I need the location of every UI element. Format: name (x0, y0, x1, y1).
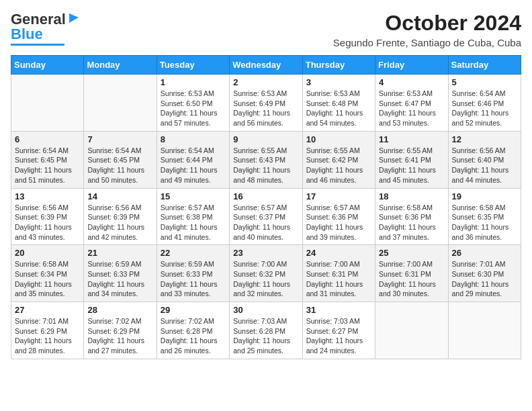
day-info: Sunrise: 6:57 AMSunset: 6:38 PMDaylight:… (161, 203, 226, 242)
day-info: Sunrise: 6:58 AMSunset: 6:36 PMDaylight:… (379, 203, 444, 242)
calendar-cell: 18Sunrise: 6:58 AMSunset: 6:36 PMDayligh… (375, 188, 448, 245)
day-number: 24 (306, 248, 371, 258)
day-info: Sunrise: 6:55 AMSunset: 6:43 PMDaylight:… (233, 146, 298, 185)
day-number: 18 (379, 191, 444, 201)
day-info: Sunrise: 7:01 AMSunset: 6:29 PMDaylight:… (15, 316, 80, 356)
day-info: Sunrise: 6:53 AMSunset: 6:49 PMDaylight:… (233, 89, 298, 128)
day-info: Sunrise: 6:56 AMSunset: 6:40 PMDaylight:… (452, 146, 517, 185)
calendar-cell (84, 75, 157, 132)
day-info: Sunrise: 6:54 AMSunset: 6:44 PMDaylight:… (161, 146, 226, 185)
day-number: 13 (15, 191, 80, 201)
calendar-cell: 26Sunrise: 7:01 AMSunset: 6:30 PMDayligh… (448, 245, 521, 302)
day-info: Sunrise: 7:00 AMSunset: 6:32 PMDaylight:… (233, 259, 298, 299)
calendar-header-row: SundayMondayTuesdayWednesdayThursdayFrid… (11, 56, 521, 75)
day-number: 16 (233, 191, 298, 201)
calendar-cell: 13Sunrise: 6:56 AMSunset: 6:39 PMDayligh… (11, 188, 84, 245)
calendar-cell (375, 302, 448, 359)
day-number: 3 (306, 77, 371, 87)
calendar-cell: 10Sunrise: 6:55 AMSunset: 6:42 PMDayligh… (302, 131, 375, 188)
weekday-header-saturday: Saturday (448, 56, 521, 75)
day-info: Sunrise: 6:59 AMSunset: 6:33 PMDaylight:… (161, 259, 226, 299)
svg-marker-0 (69, 13, 79, 23)
day-number: 6 (15, 134, 80, 144)
day-number: 31 (306, 305, 371, 315)
day-number: 5 (452, 77, 517, 87)
calendar-cell: 1Sunrise: 6:53 AMSunset: 6:50 PMDaylight… (157, 75, 229, 132)
day-number: 23 (233, 248, 298, 258)
month-title: October 2024 (333, 11, 521, 36)
day-number: 2 (233, 77, 298, 87)
calendar-cell: 29Sunrise: 7:02 AMSunset: 6:28 PMDayligh… (157, 302, 229, 359)
day-info: Sunrise: 7:03 AMSunset: 6:27 PMDaylight:… (306, 316, 371, 356)
day-info: Sunrise: 6:53 AMSunset: 6:48 PMDaylight:… (306, 89, 371, 128)
location-title: Segundo Frente, Santiago de Cuba, Cuba (333, 37, 521, 48)
calendar-cell: 5Sunrise: 6:54 AMSunset: 6:46 PMDaylight… (448, 75, 521, 132)
calendar-cell: 24Sunrise: 7:00 AMSunset: 6:31 PMDayligh… (302, 245, 375, 302)
day-info: Sunrise: 7:02 AMSunset: 6:28 PMDaylight:… (161, 316, 226, 356)
day-number: 11 (379, 134, 444, 144)
day-number: 30 (233, 305, 298, 315)
day-number: 4 (379, 77, 444, 87)
day-info: Sunrise: 6:53 AMSunset: 6:50 PMDaylight:… (161, 89, 226, 128)
calendar-cell (448, 302, 521, 359)
calendar-cell: 17Sunrise: 6:57 AMSunset: 6:36 PMDayligh… (302, 188, 375, 245)
calendar-week-row: 13Sunrise: 6:56 AMSunset: 6:39 PMDayligh… (11, 188, 521, 245)
day-info: Sunrise: 7:00 AMSunset: 6:31 PMDaylight:… (379, 259, 444, 299)
day-number: 8 (161, 134, 226, 144)
weekday-header-friday: Friday (375, 56, 448, 75)
day-number: 22 (161, 248, 226, 258)
day-number: 10 (306, 134, 371, 144)
calendar-cell: 16Sunrise: 6:57 AMSunset: 6:37 PMDayligh… (230, 188, 302, 245)
day-info: Sunrise: 6:57 AMSunset: 6:36 PMDaylight:… (306, 203, 371, 242)
calendar-cell: 23Sunrise: 7:00 AMSunset: 6:32 PMDayligh… (230, 245, 302, 302)
calendar-cell: 27Sunrise: 7:01 AMSunset: 6:29 PMDayligh… (11, 302, 84, 359)
day-info: Sunrise: 6:59 AMSunset: 6:33 PMDaylight:… (87, 259, 152, 299)
weekday-header-tuesday: Tuesday (157, 56, 229, 75)
day-number: 17 (306, 191, 371, 201)
day-info: Sunrise: 6:57 AMSunset: 6:37 PMDaylight:… (233, 203, 298, 242)
day-number: 15 (161, 191, 226, 201)
weekday-header-sunday: Sunday (11, 56, 84, 75)
calendar-cell: 11Sunrise: 6:55 AMSunset: 6:41 PMDayligh… (375, 131, 448, 188)
day-number: 21 (87, 248, 152, 258)
calendar-cell: 15Sunrise: 6:57 AMSunset: 6:38 PMDayligh… (157, 188, 229, 245)
calendar-cell: 20Sunrise: 6:58 AMSunset: 6:34 PMDayligh… (11, 245, 84, 302)
day-info: Sunrise: 7:00 AMSunset: 6:31 PMDaylight:… (306, 259, 371, 299)
day-info: Sunrise: 7:01 AMSunset: 6:30 PMDaylight:… (452, 259, 517, 299)
weekday-header-thursday: Thursday (302, 56, 375, 75)
day-number: 12 (452, 134, 517, 144)
calendar: SundayMondayTuesdayWednesdayThursdayFrid… (11, 55, 521, 359)
calendar-week-row: 6Sunrise: 6:54 AMSunset: 6:45 PMDaylight… (11, 131, 521, 188)
title-area: October 2024 Segundo Frente, Santiago de… (333, 11, 521, 48)
day-info: Sunrise: 6:58 AMSunset: 6:34 PMDaylight:… (15, 259, 80, 299)
day-info: Sunrise: 6:56 AMSunset: 6:39 PMDaylight:… (15, 203, 80, 242)
logo-underline (11, 44, 64, 46)
day-number: 28 (87, 305, 152, 315)
calendar-week-row: 1Sunrise: 6:53 AMSunset: 6:50 PMDaylight… (11, 75, 521, 132)
calendar-cell: 4Sunrise: 6:53 AMSunset: 6:47 PMDaylight… (375, 75, 448, 132)
calendar-cell: 21Sunrise: 6:59 AMSunset: 6:33 PMDayligh… (84, 245, 157, 302)
calendar-cell: 28Sunrise: 7:02 AMSunset: 6:29 PMDayligh… (84, 302, 157, 359)
weekday-header-monday: Monday (84, 56, 157, 75)
logo-triangle-icon (68, 12, 80, 24)
day-number: 1 (161, 77, 226, 87)
day-info: Sunrise: 6:56 AMSunset: 6:39 PMDaylight:… (87, 203, 152, 242)
weekday-header-wednesday: Wednesday (230, 56, 302, 75)
day-info: Sunrise: 7:02 AMSunset: 6:29 PMDaylight:… (87, 316, 152, 356)
day-info: Sunrise: 7:03 AMSunset: 6:28 PMDaylight:… (233, 316, 298, 356)
day-number: 19 (452, 191, 517, 201)
logo: General Blue (11, 11, 80, 46)
day-number: 9 (233, 134, 298, 144)
calendar-cell: 9Sunrise: 6:55 AMSunset: 6:43 PMDaylight… (230, 131, 302, 188)
calendar-week-row: 27Sunrise: 7:01 AMSunset: 6:29 PMDayligh… (11, 302, 521, 359)
calendar-cell: 19Sunrise: 6:58 AMSunset: 6:35 PMDayligh… (448, 188, 521, 245)
calendar-cell: 6Sunrise: 6:54 AMSunset: 6:45 PMDaylight… (11, 131, 84, 188)
day-info: Sunrise: 6:53 AMSunset: 6:47 PMDaylight:… (379, 89, 444, 128)
calendar-week-row: 20Sunrise: 6:58 AMSunset: 6:34 PMDayligh… (11, 245, 521, 302)
calendar-cell: 3Sunrise: 6:53 AMSunset: 6:48 PMDaylight… (302, 75, 375, 132)
day-info: Sunrise: 6:55 AMSunset: 6:41 PMDaylight:… (379, 146, 444, 185)
day-number: 7 (87, 134, 152, 144)
day-info: Sunrise: 6:58 AMSunset: 6:35 PMDaylight:… (452, 203, 517, 242)
calendar-cell: 25Sunrise: 7:00 AMSunset: 6:31 PMDayligh… (375, 245, 448, 302)
calendar-cell: 7Sunrise: 6:54 AMSunset: 6:45 PMDaylight… (84, 131, 157, 188)
